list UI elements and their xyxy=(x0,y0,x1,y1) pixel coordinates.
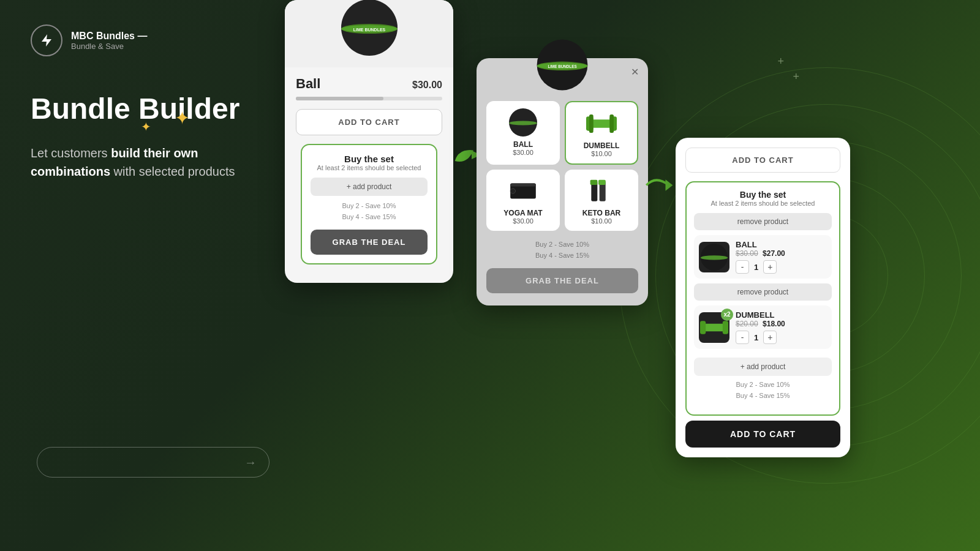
dumbell-cell-name: DUMBELL xyxy=(571,141,632,150)
yoga-mat-cell-name: YOGA MAT xyxy=(491,209,555,217)
ball-cell-price: $30.00 xyxy=(491,149,555,156)
yoga-mat-cell-price: $30.00 xyxy=(491,217,555,225)
product-item-ball: BALL $30.00 $27.00 - 1 + xyxy=(694,235,832,279)
plus-decoration-2: + xyxy=(793,70,799,83)
svg-rect-22 xyxy=(598,180,606,185)
progress-bar-fill xyxy=(296,97,383,100)
product-detail-card: ADD TO CART Buy the set At least 2 items… xyxy=(676,138,850,457)
card2-savings: Buy 2 - Save 10% Buy 4 - Save 15% xyxy=(486,239,638,261)
ball-cell-icon xyxy=(508,107,538,138)
product-cell-ball[interactable]: BALL $30.00 xyxy=(486,101,560,165)
card2-ball-area: LIME BUNDLES xyxy=(486,37,638,92)
dumbell-item-name: DUMBELL xyxy=(736,310,827,320)
svg-point-25 xyxy=(701,255,728,260)
yoga-mat-cell-icon xyxy=(508,176,538,206)
dumbell-qty-value: 1 xyxy=(754,333,758,342)
ball-qty-minus[interactable]: - xyxy=(736,260,749,274)
logo-subtitle: Bundle & Save xyxy=(71,42,147,51)
product-info-row: Ball $30.00 xyxy=(296,76,442,92)
product-cell-keto-bar[interactable]: KETO BAR $10.00 xyxy=(565,170,638,231)
dumbell-price-sale: $18.00 xyxy=(763,320,785,328)
dumbell-qty-plus[interactable]: + xyxy=(763,331,777,344)
remove-product-button-1[interactable]: remove product xyxy=(694,213,832,230)
close-button[interactable]: ✕ xyxy=(627,64,642,79)
card1-image-area: LIME BUNDLES xyxy=(285,0,453,67)
hero-description: Let customers build their own combinatio… xyxy=(31,144,251,181)
arrow-decoration xyxy=(37,447,270,478)
ball-item-info: BALL $30.00 $27.00 - 1 + xyxy=(736,240,827,274)
ball-price-original: $30.00 xyxy=(736,249,758,258)
product-cell-yoga-mat[interactable]: YOGA MAT $30.00 xyxy=(486,170,560,231)
ball-qty-value: 1 xyxy=(754,263,758,272)
add-to-cart-button-bottom[interactable]: ADD TO CART xyxy=(685,421,840,448)
dumbell-qty-minus[interactable]: - xyxy=(736,331,749,344)
ball-item-image xyxy=(699,242,729,272)
green-arrow-2 xyxy=(642,168,676,204)
svg-text:LIME BUNDLES: LIME BUNDLES xyxy=(548,64,576,69)
ball-image-2: LIME BUNDLES xyxy=(535,37,590,92)
ball-qty-plus[interactable]: + xyxy=(763,260,777,274)
logo-text: MBC Bundles — Bundle & Save xyxy=(71,31,147,51)
keto-bar-cell-price: $10.00 xyxy=(570,217,633,225)
dumbell-cell-icon xyxy=(586,108,617,139)
ball-qty-control: - 1 + xyxy=(736,260,827,274)
sparkle-small-icon: ✦ xyxy=(141,119,151,134)
bundle-savings-1: Buy 2 - Save 10% Buy 4 - Save 15% xyxy=(311,201,428,222)
logo-icon xyxy=(31,24,62,56)
dumbell-cell-price: $10.00 xyxy=(571,150,632,157)
ball-item-prices: $30.00 $27.00 xyxy=(736,249,827,258)
bundle-subtitle-3: At least 2 items should be selected xyxy=(694,200,832,207)
dumbell-qty-control: - 1 + xyxy=(736,331,827,344)
bundle-box-3: Buy the set At least 2 items should be s… xyxy=(685,181,840,416)
svg-text:LIME BUNDLES: LIME BUNDLES xyxy=(353,28,385,32)
keto-bar-cell-icon xyxy=(586,176,617,206)
ball-image-1: LIME BUNDLES xyxy=(339,0,400,58)
logo-title: MBC Bundles — xyxy=(71,31,147,42)
dumbell-item-img-wrapper: x2 xyxy=(699,312,729,343)
grab-deal-button-2[interactable]: GRAB THE DEAL xyxy=(486,268,638,293)
svg-marker-23 xyxy=(666,179,673,190)
progress-bar xyxy=(296,97,442,100)
svg-point-18 xyxy=(510,189,515,193)
svg-rect-27 xyxy=(700,321,706,334)
svg-rect-14 xyxy=(589,114,594,133)
bundle-savings-3: Buy 2 - Save 10% Buy 4 - Save 15% xyxy=(694,380,832,401)
svg-rect-17 xyxy=(510,184,536,187)
bundle-title-1: Buy the set xyxy=(311,154,428,164)
add-to-cart-button-top[interactable]: ADD TO CART xyxy=(685,148,840,173)
product-item-dumbell: x2 DUMBELL $20.00 $18.00 - 1 + xyxy=(694,305,832,349)
product-card-1: LIME BUNDLES Ball $30.00 ADD TO CART Buy… xyxy=(285,0,453,283)
ball-price-sale: $27.00 xyxy=(763,249,785,258)
products-grid: BALL $30.00 DUMBELL $10.00 YOGA MAT $30. xyxy=(486,101,638,231)
add-product-button-3[interactable]: + add product xyxy=(694,358,832,376)
product-name-1: Ball xyxy=(296,76,320,92)
svg-point-10 xyxy=(509,121,537,126)
svg-rect-21 xyxy=(590,180,598,185)
bundle-subtitle-1: At least 2 items should be selected xyxy=(311,164,428,171)
svg-rect-28 xyxy=(723,321,728,334)
add-product-button-1[interactable]: + add product xyxy=(311,178,428,196)
dumbell-price-original: $20.00 xyxy=(736,320,758,328)
product-price-1: $30.00 xyxy=(412,80,442,91)
bundle-title-3: Buy the set xyxy=(694,190,832,200)
dumbell-item-prices: $20.00 $18.00 xyxy=(736,320,827,328)
ball-item-name: BALL xyxy=(736,240,827,249)
keto-bar-cell-name: KETO BAR xyxy=(570,209,633,217)
remove-product-button-2[interactable]: remove product xyxy=(694,283,832,301)
svg-rect-15 xyxy=(609,114,614,133)
logo-area: MBC Bundles — Bundle & Save xyxy=(31,24,251,56)
sparkle-decoration: ✦ ✦ xyxy=(141,107,190,138)
sparkle-big-icon: ✦ xyxy=(175,107,190,129)
card1-body: Ball $30.00 ADD TO CART Buy the set At l… xyxy=(285,67,453,271)
product-selection-card: LIME BUNDLES ✕ BALL $30.00 DUMBELL $10. xyxy=(477,58,648,305)
left-panel: MBC Bundles — Bundle & Save Bundle Build… xyxy=(0,0,282,551)
product-cell-dumbell[interactable]: DUMBELL $10.00 xyxy=(565,101,638,165)
dumbell-item-info: DUMBELL $20.00 $18.00 - 1 + xyxy=(736,310,827,344)
add-to-cart-button-1[interactable]: ADD TO CART xyxy=(296,109,442,135)
grab-deal-button-1[interactable]: GRAB THE DEAL xyxy=(311,230,428,255)
ball-cell-name: BALL xyxy=(491,140,555,149)
bundle-box-1: Buy the set At least 2 items should be s… xyxy=(301,144,437,264)
plus-decoration-1: + xyxy=(777,55,784,68)
dumbell-badge: x2 xyxy=(721,309,733,321)
arrow-line xyxy=(37,447,270,478)
